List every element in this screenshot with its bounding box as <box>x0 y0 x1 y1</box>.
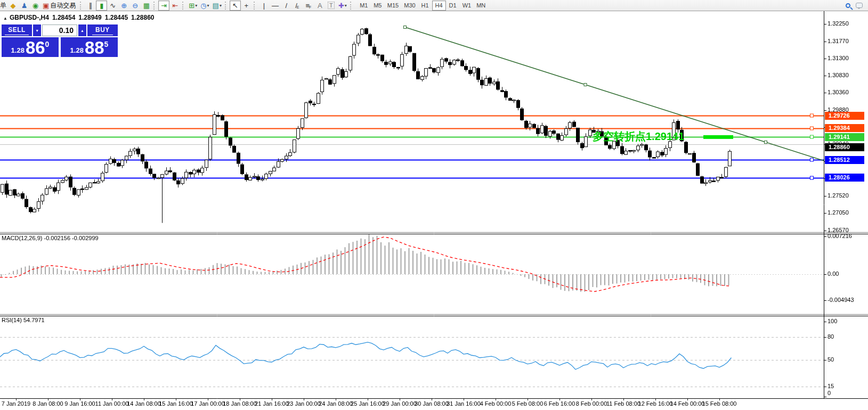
time-axis-label: 11 Jan 00:00 <box>95 400 129 407</box>
timeframe-MN[interactable]: MN <box>474 1 488 11</box>
rsi-axis-label: 80 <box>828 333 834 340</box>
add-indicator-button[interactable]: ⊞▾ <box>187 1 199 11</box>
text-tool-icon[interactable]: A <box>314 1 326 11</box>
ohlc-low: 1.28445 <box>105 14 128 21</box>
toolbar-grip <box>254 2 256 10</box>
timeframe-D1[interactable]: D1 <box>446 1 460 11</box>
chevron-down-icon[interactable]: ▾ <box>220 3 222 8</box>
timeframe-M30[interactable]: M30 <box>401 1 418 11</box>
time-axis-label: 4 Feb 00:00 <box>480 400 512 407</box>
time-axis-label: 8 Feb 00:00 <box>576 400 607 407</box>
profile-icon[interactable]: ♟ <box>19 1 30 11</box>
timeframe-M5[interactable]: M5 <box>371 1 385 11</box>
toolbar: 单 ◆ ♟ ◉ ▣ 自动交易 ∥ ▮ ∿ ⊕ ⊖ ▦ ⇥ ⇤ ⊞▾ ◷▾ ▤▾ … <box>0 0 868 11</box>
ohlc-close: 1.28860 <box>131 14 154 21</box>
collapse-arrow-icon[interactable]: ▲ <box>3 16 7 21</box>
toolbar-grip <box>153 2 156 10</box>
buy-button[interactable]: BUY <box>87 24 118 36</box>
vertical-line-icon[interactable]: | <box>258 1 270 11</box>
price-gridline-label: 1.27050 <box>828 209 849 216</box>
template-button[interactable]: ▤▾ <box>211 1 223 11</box>
macd-indicator-label: MACD(12,26,9) -0.002156 -0.002999 <box>2 235 99 241</box>
time-axis-label: 21 Jan 16:00 <box>255 400 289 407</box>
chevron-down-icon[interactable]: ▾ <box>345 3 347 8</box>
rsi-indicator-label: RSI(14) 54.7971 <box>2 317 45 323</box>
timeframe-group: M1M5M15M30H1H4D1W1MN <box>357 1 488 11</box>
arrows-tool-icon[interactable]: ✚▾ <box>337 1 348 11</box>
toolbar-grip <box>225 2 228 10</box>
time-axis-label: 8 Jan 08:00 <box>33 400 63 407</box>
one-click-trading-panel: SELL ▼ ▲ BUY 1.28860 1.28885 <box>2 24 118 57</box>
timeframe-W1[interactable]: W1 <box>460 1 474 11</box>
chevron-down-icon[interactable]: ▾ <box>207 3 209 8</box>
time-axis-label: 17 Jan 00:00 <box>191 400 225 407</box>
price-gridline-label: 1.32250 <box>828 20 849 27</box>
timeframe-M1[interactable]: M1 <box>357 1 371 11</box>
ohlc-high: 1.28949 <box>78 14 101 21</box>
cursor-icon[interactable]: ↖ <box>230 1 241 11</box>
tile-windows-icon[interactable]: ▦ <box>141 1 152 11</box>
auto-trading-label: 自动交易 <box>49 1 77 10</box>
equidistant-channel-icon[interactable]: /E <box>292 1 303 11</box>
search-icon[interactable] <box>846 3 850 8</box>
candlestick-chart-icon[interactable]: ▮ <box>96 1 107 11</box>
price-tag-1.29726: 1.29726 <box>825 112 864 120</box>
horizontal-line-icon[interactable]: — <box>270 1 281 11</box>
price-tag-1.28026: 1.28026 <box>825 174 864 182</box>
auto-scroll-icon[interactable]: ⇥ <box>158 1 169 11</box>
rsi-axis-label: 15 <box>828 383 834 389</box>
sell-price[interactable]: 1.28860 <box>2 37 59 57</box>
periods-button[interactable]: ◷▾ <box>199 1 210 11</box>
buy-price[interactable]: 1.28885 <box>61 37 118 57</box>
chart-annotation: 多空转折点1.29141 <box>593 129 684 144</box>
price-tag-1.28512: 1.28512 <box>825 156 864 164</box>
time-axis-label: 18 Jan 08:00 <box>223 400 257 407</box>
chart-canvas[interactable] <box>0 11 868 410</box>
toolbar-right <box>846 3 868 8</box>
timeframe-M15[interactable]: M15 <box>385 1 401 11</box>
note-icon[interactable]: ◆ <box>7 1 19 11</box>
time-axis-label: 30 Jan 08:00 <box>415 400 449 407</box>
auto-trading-button[interactable]: ▣ 自动交易 <box>41 1 78 11</box>
trendline-icon[interactable]: / <box>281 1 292 11</box>
price-tag-1.28860: 1.28860 <box>825 143 864 151</box>
zoom-in-icon[interactable]: ⊕ <box>118 1 129 11</box>
volume-increase-button[interactable]: ▲ <box>78 24 86 36</box>
macd-axis-label: 0.00 <box>828 270 839 277</box>
rsi-axis-label: 100 <box>828 318 837 324</box>
chart-shift-icon[interactable]: ⇤ <box>169 1 181 11</box>
price-gridline-label: 1.30360 <box>828 89 849 95</box>
volume-input[interactable] <box>42 24 77 36</box>
chart-area: ▲GBPUSD-,H41.284541.289491.284451.28860 … <box>0 11 868 410</box>
timeframe-H4[interactable]: H4 <box>432 1 446 11</box>
time-axis-label: 15 Feb 08:00 <box>702 400 737 407</box>
price-gridline-label: 1.27520 <box>828 192 849 199</box>
fibonacci-icon[interactable]: ≡F <box>303 1 314 11</box>
time-axis-label: 9 Jan 16:00 <box>64 400 95 407</box>
signal-icon[interactable]: ◉ <box>30 1 41 11</box>
sell-button[interactable]: SELL <box>2 24 32 36</box>
bar-chart-icon[interactable]: ∥ <box>85 1 96 11</box>
line-chart-icon[interactable]: ∿ <box>107 1 118 11</box>
price-gridline-label: 1.31770 <box>828 38 849 44</box>
timeframe-H1[interactable]: H1 <box>418 1 432 11</box>
time-axis-label: 6 Feb 16:00 <box>544 400 575 407</box>
time-axis-label: 15 Jan 16:00 <box>159 400 193 407</box>
rsi-axis-label: 0 <box>828 390 831 396</box>
chevron-down-icon[interactable]: ▾ <box>195 3 197 8</box>
new-order-button[interactable]: 单 <box>0 1 7 10</box>
mt4-window: { "toolbar": { "partial_label": "单", "au… <box>0 0 868 410</box>
toolbar-grip <box>182 2 185 10</box>
zoom-out-icon[interactable]: ⊖ <box>129 1 141 11</box>
price-gridline-label: 1.31300 <box>828 55 849 61</box>
chat-icon[interactable] <box>856 3 863 8</box>
price-gridline-label: 1.30830 <box>828 72 849 78</box>
symbol-period: GBPUSD-,H4 <box>10 14 49 21</box>
price-tag-1.29141: 1.29141 <box>825 133 864 141</box>
text-label-icon[interactable]: T <box>326 1 337 11</box>
volume-decrease-button[interactable]: ▼ <box>33 24 41 36</box>
toolbar-grip <box>350 2 353 10</box>
time-axis-label: 23 Jan 00:00 <box>287 400 321 407</box>
rsi-axis-label: 50 <box>828 356 834 363</box>
crosshair-icon[interactable]: + <box>241 1 252 11</box>
